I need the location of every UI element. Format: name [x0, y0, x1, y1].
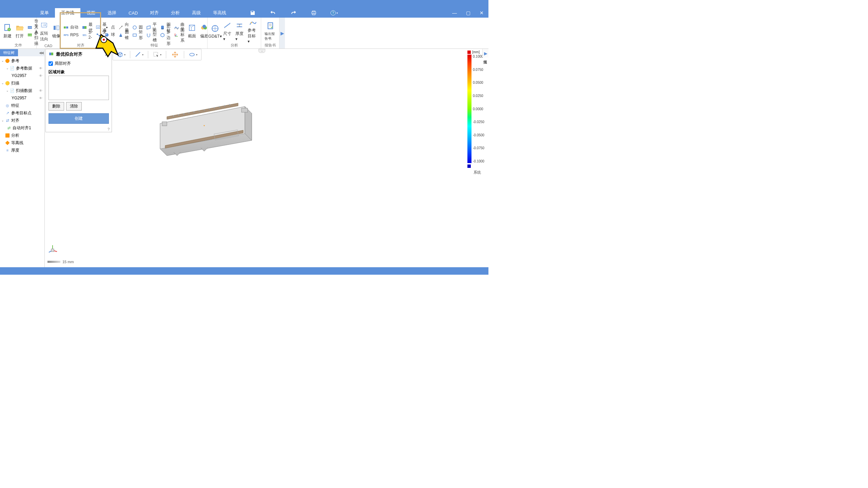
dialog-help-icon[interactable]: ? — [46, 126, 112, 132]
properties-panel-tab[interactable]: ▶ 属性 — [482, 49, 488, 57]
tree-node-thickness[interactable]: ≡厚度 — [0, 147, 44, 154]
ribbon-group-report: 输出报告书 报告书 — [261, 18, 279, 48]
save-icon[interactable] — [249, 9, 257, 17]
bestfit-dialog-icon — [49, 52, 54, 57]
sphere-button[interactable]: 球 — [102, 32, 116, 38]
tree-tab[interactable]: 特征树 — [0, 49, 18, 56]
visibility-icon[interactable]: 👁 — [39, 96, 42, 100]
svg-rect-76 — [162, 122, 167, 126]
datum-icon: A — [95, 25, 101, 30]
svg-point-72 — [229, 104, 230, 105]
undo-icon[interactable] — [269, 9, 277, 17]
reftarget-label: 参考目标▾ — [248, 27, 257, 44]
viewport[interactable]: 最优拟合对齐 ✕ 局部对齐 区域对象 删除 清除 创建 ? ▾ — [45, 49, 488, 267]
menu-workflow[interactable]: 工作流 — [55, 8, 80, 18]
viewport-collapse-icon[interactable]: ⌄ — [258, 49, 265, 53]
point-button[interactable]: 点 — [102, 24, 116, 31]
redo-icon[interactable] — [289, 9, 297, 17]
visibility-icon[interactable]: 👁 — [39, 89, 42, 93]
rps-button[interactable]: RPS RPS — [62, 32, 80, 38]
tree-node-scan-data[interactable]: ⌄📄扫描数据👁 — [0, 87, 44, 94]
create-button[interactable]: 创建 — [49, 113, 109, 124]
tree-node-ref-data[interactable]: ⌄📄参考数据👁 — [0, 64, 44, 72]
bestfit-button[interactable]: 最优 — [80, 24, 94, 31]
menu-advanced[interactable]: 高级 — [186, 8, 207, 18]
cone-icon — [118, 32, 124, 38]
menu-select[interactable]: 选择 — [101, 8, 122, 18]
three21-button[interactable]: 321 3-2- — [80, 32, 94, 38]
tree-node-analysis[interactable]: 🟧分析 — [0, 132, 44, 139]
svg-line-42 — [225, 23, 230, 27]
svg-point-71 — [224, 105, 225, 106]
tree-node-align[interactable]: ⌄⇄对齐 — [0, 117, 44, 124]
sphere-icon — [104, 32, 110, 38]
flip-button[interactable]: 反转法向 — [38, 19, 50, 43]
thickness-button[interactable]: 厚度▾ — [233, 19, 246, 43]
rect-button[interactable]: 矩形 — [130, 32, 144, 38]
minimize-button[interactable]: — — [448, 8, 461, 18]
view-cube-icon[interactable]: ▾ — [114, 50, 128, 59]
svg-point-22 — [106, 27, 108, 28]
dialog-close-icon[interactable]: ✕ — [105, 52, 109, 57]
menu-align[interactable]: 对齐 — [144, 8, 165, 18]
maximize-button[interactable]: ▢ — [461, 8, 475, 18]
dim-button[interactable]: 尺寸▾ — [221, 19, 233, 43]
menu-main[interactable]: 菜单 — [34, 8, 55, 18]
ribbon-next-icon[interactable]: ▶ — [279, 18, 285, 48]
report-button[interactable]: 输出报告书 — [263, 19, 278, 43]
print-icon[interactable] — [310, 9, 318, 17]
cone-button[interactable]: 圆锥 — [116, 32, 130, 38]
new-icon: + — [3, 23, 12, 33]
reftarget-button[interactable]: 参考目标▾ — [246, 19, 259, 43]
tree-node-contour[interactable]: 🔶等高线 — [0, 139, 44, 147]
svg-point-66 — [199, 111, 200, 112]
tree-node-auto-align1[interactable]: ⇄自动对齐1 — [0, 124, 44, 132]
bestfit-icon — [81, 25, 88, 30]
svg-text:+: + — [8, 28, 10, 31]
tree-collapse-icon[interactable]: ◀◀ — [39, 51, 44, 55]
visibility-icon[interactable]: 👁 — [39, 66, 42, 70]
tree-node-scan[interactable]: ⌄🟡扫描 — [0, 79, 44, 87]
help-icon[interactable]: ?▾ — [330, 9, 338, 17]
open-button[interactable]: 打开 — [14, 19, 26, 43]
auto-align-button[interactable]: 自动 — [62, 24, 80, 31]
clear-button[interactable]: 清除 — [66, 102, 82, 111]
menu-analysis[interactable]: 分析 — [165, 8, 186, 18]
uslot-button[interactable]: U型槽 — [144, 32, 158, 38]
tree-node-feature[interactable]: ◎特征 — [0, 102, 44, 109]
polygon-button[interactable]: 正多边形 — [158, 32, 172, 38]
csys-button[interactable]: 坐标系 — [172, 32, 186, 38]
tree-node-ref-item[interactable]: YG2957👁 — [0, 72, 44, 79]
surface-icon — [173, 25, 179, 30]
region-list[interactable] — [49, 76, 109, 100]
mirror-label: 镜像 — [52, 33, 60, 39]
gdt-icon — [210, 24, 220, 33]
gdt-label: GD&T▾ — [208, 34, 221, 39]
thickness-label: 厚度▾ — [235, 31, 244, 41]
region-label: 区域对象 — [49, 69, 109, 75]
pan-icon[interactable] — [168, 50, 182, 59]
svg-point-61 — [173, 116, 174, 117]
section-button[interactable]: 截面 — [186, 19, 198, 43]
menu-view[interactable]: 视图 — [80, 8, 101, 18]
gdt-button[interactable]: GD&T▾ — [209, 19, 221, 43]
svg-rect-14 — [64, 26, 66, 28]
svg-point-65 — [194, 112, 195, 113]
delete-button[interactable]: 删除 — [49, 102, 64, 111]
tree-node-ref[interactable]: ⌄🟠参考 — [0, 57, 44, 64]
new-button[interactable]: + 新建 — [1, 19, 14, 43]
svg-point-31 — [161, 28, 164, 29]
menu-contour[interactable]: 等高线 — [207, 8, 232, 18]
menu-cad[interactable]: CAD — [122, 9, 144, 17]
tree-node-reftarget[interactable]: ↗参考目标点 — [0, 109, 44, 117]
select-mode-icon[interactable]: ▾ — [150, 50, 164, 59]
measure-icon[interactable]: ▾ — [132, 50, 146, 59]
close-button[interactable]: ✕ — [475, 8, 488, 18]
local-align-checkbox[interactable]: 局部对齐 — [49, 61, 109, 66]
rotate-icon[interactable]: ▾ — [186, 50, 200, 59]
visibility-icon[interactable]: 👁 — [39, 74, 42, 78]
tree-node-scan-item[interactable]: YG2957👁 — [0, 94, 44, 102]
report-icon — [266, 21, 275, 31]
svg-point-38 — [202, 25, 206, 28]
svg-marker-32 — [161, 33, 164, 37]
